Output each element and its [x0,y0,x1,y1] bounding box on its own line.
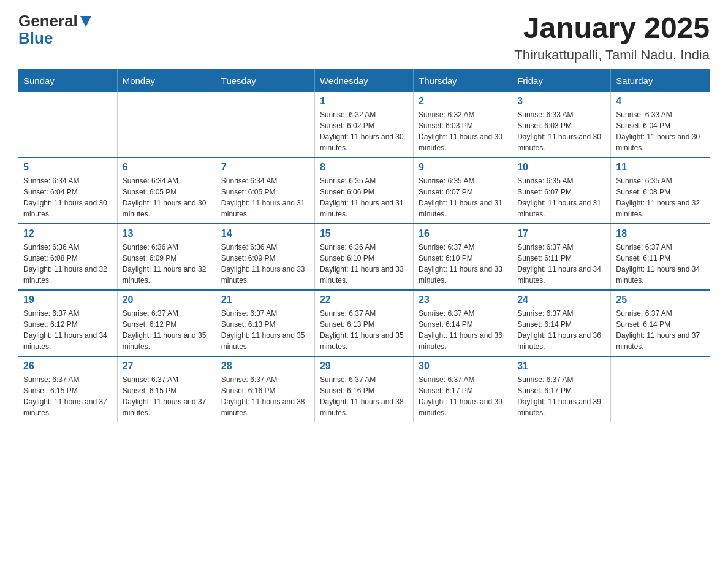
calendar-header-row: SundayMondayTuesdayWednesdayThursdayFrid… [18,69,710,92]
day-number: 18 [616,228,705,239]
day-info: Sunrise: 6:34 AM Sunset: 6:05 PM Dayligh… [123,175,211,220]
calendar-day-header: Tuesday [216,69,314,92]
day-number: 13 [123,228,211,239]
day-info: Sunrise: 6:34 AM Sunset: 6:04 PM Dayligh… [23,175,112,220]
calendar-cell: 7Sunrise: 6:34 AM Sunset: 6:05 PM Daylig… [216,158,314,224]
calendar-cell: 22Sunrise: 6:37 AM Sunset: 6:13 PM Dayli… [314,290,413,356]
calendar-cell: 28Sunrise: 6:37 AM Sunset: 6:16 PM Dayli… [216,356,314,422]
day-info: Sunrise: 6:37 AM Sunset: 6:12 PM Dayligh… [23,308,112,352]
day-info: Sunrise: 6:37 AM Sunset: 6:11 PM Dayligh… [616,242,705,286]
calendar-subtitle: Thirukattupalli, Tamil Nadu, India [514,47,710,63]
day-info: Sunrise: 6:36 AM Sunset: 6:10 PM Dayligh… [320,242,408,286]
day-info: Sunrise: 6:37 AM Sunset: 6:14 PM Dayligh… [419,308,507,352]
day-number: 8 [320,162,408,173]
day-info: Sunrise: 6:37 AM Sunset: 6:14 PM Dayligh… [517,308,605,352]
day-info: Sunrise: 6:37 AM Sunset: 6:15 PM Dayligh… [23,374,112,418]
day-number: 20 [123,294,211,305]
calendar-cell: 10Sunrise: 6:35 AM Sunset: 6:07 PM Dayli… [512,158,611,224]
day-number: 26 [23,361,112,372]
day-number: 31 [517,361,605,372]
calendar-week-row: 1Sunrise: 6:32 AM Sunset: 6:02 PM Daylig… [18,92,710,158]
day-number: 9 [419,162,507,173]
calendar-week-row: 12Sunrise: 6:36 AM Sunset: 6:08 PM Dayli… [18,224,710,290]
day-number: 14 [221,228,309,239]
calendar-cell [18,92,117,158]
day-info: Sunrise: 6:36 AM Sunset: 6:09 PM Dayligh… [123,242,211,286]
day-info: Sunrise: 6:37 AM Sunset: 6:14 PM Dayligh… [616,308,705,352]
calendar-title: January 2025 [514,12,710,45]
day-info: Sunrise: 6:37 AM Sunset: 6:17 PM Dayligh… [517,374,605,418]
day-number: 27 [123,361,211,372]
svg-marker-0 [80,16,91,27]
calendar-cell: 29Sunrise: 6:37 AM Sunset: 6:16 PM Dayli… [314,356,413,422]
day-number: 12 [23,228,112,239]
day-number: 7 [221,162,309,173]
calendar-cell: 2Sunrise: 6:32 AM Sunset: 6:03 PM Daylig… [414,92,512,158]
day-info: Sunrise: 6:37 AM Sunset: 6:13 PM Dayligh… [221,308,309,352]
day-info: Sunrise: 6:37 AM Sunset: 6:16 PM Dayligh… [221,374,309,418]
calendar-cell: 23Sunrise: 6:37 AM Sunset: 6:14 PM Dayli… [414,290,512,356]
day-number: 5 [23,162,112,173]
calendar-table: SundayMondayTuesdayWednesdayThursdayFrid… [18,69,710,422]
day-info: Sunrise: 6:35 AM Sunset: 6:06 PM Dayligh… [320,175,408,220]
day-info: Sunrise: 6:36 AM Sunset: 6:08 PM Dayligh… [23,242,112,286]
calendar-cell: 17Sunrise: 6:37 AM Sunset: 6:11 PM Dayli… [512,224,611,290]
calendar-cell: 21Sunrise: 6:37 AM Sunset: 6:13 PM Dayli… [216,290,314,356]
day-number: 1 [320,96,408,107]
day-info: Sunrise: 6:37 AM Sunset: 6:15 PM Dayligh… [123,374,211,418]
day-info: Sunrise: 6:37 AM Sunset: 6:10 PM Dayligh… [419,242,507,286]
day-info: Sunrise: 6:37 AM Sunset: 6:16 PM Dayligh… [320,374,408,418]
day-number: 25 [616,294,705,305]
day-number: 17 [517,228,605,239]
day-number: 21 [221,294,309,305]
day-number: 3 [517,96,605,107]
calendar-cell: 20Sunrise: 6:37 AM Sunset: 6:12 PM Dayli… [117,290,216,356]
day-number: 2 [419,96,507,107]
day-number: 24 [517,294,605,305]
day-info: Sunrise: 6:33 AM Sunset: 6:03 PM Dayligh… [517,109,605,153]
day-info: Sunrise: 6:32 AM Sunset: 6:03 PM Dayligh… [419,109,507,153]
calendar-cell: 30Sunrise: 6:37 AM Sunset: 6:17 PM Dayli… [414,356,512,422]
calendar-cell: 18Sunrise: 6:37 AM Sunset: 6:11 PM Dayli… [611,224,710,290]
day-info: Sunrise: 6:35 AM Sunset: 6:07 PM Dayligh… [419,175,507,220]
calendar-cell: 14Sunrise: 6:36 AM Sunset: 6:09 PM Dayli… [216,224,314,290]
calendar-cell: 24Sunrise: 6:37 AM Sunset: 6:14 PM Dayli… [512,290,611,356]
calendar-title-block: January 2025 Thirukattupalli, Tamil Nadu… [514,12,710,63]
calendar-day-header: Friday [512,69,611,92]
day-number: 6 [123,162,211,173]
calendar-cell: 1Sunrise: 6:32 AM Sunset: 6:02 PM Daylig… [314,92,413,158]
calendar-week-row: 26Sunrise: 6:37 AM Sunset: 6:15 PM Dayli… [18,356,710,422]
calendar-cell: 12Sunrise: 6:36 AM Sunset: 6:08 PM Dayli… [18,224,117,290]
logo: General Blue [18,12,93,48]
day-info: Sunrise: 6:34 AM Sunset: 6:05 PM Dayligh… [221,175,309,220]
calendar-week-row: 5Sunrise: 6:34 AM Sunset: 6:04 PM Daylig… [18,158,710,224]
day-info: Sunrise: 6:36 AM Sunset: 6:09 PM Dayligh… [221,242,309,286]
day-number: 10 [517,162,605,173]
calendar-cell: 11Sunrise: 6:35 AM Sunset: 6:08 PM Dayli… [611,158,710,224]
page-header: General Blue January 2025 Thirukattupall… [18,12,710,63]
day-number: 15 [320,228,408,239]
calendar-cell: 4Sunrise: 6:33 AM Sunset: 6:04 PM Daylig… [611,92,710,158]
calendar-day-header: Monday [117,69,216,92]
day-number: 23 [419,294,507,305]
calendar-day-header: Thursday [414,69,512,92]
day-number: 28 [221,361,309,372]
calendar-cell: 25Sunrise: 6:37 AM Sunset: 6:14 PM Dayli… [611,290,710,356]
calendar-day-header: Sunday [18,69,117,92]
calendar-week-row: 19Sunrise: 6:37 AM Sunset: 6:12 PM Dayli… [18,290,710,356]
day-info: Sunrise: 6:37 AM Sunset: 6:13 PM Dayligh… [320,308,408,352]
calendar-cell: 8Sunrise: 6:35 AM Sunset: 6:06 PM Daylig… [314,158,413,224]
calendar-cell: 26Sunrise: 6:37 AM Sunset: 6:15 PM Dayli… [18,356,117,422]
calendar-cell: 5Sunrise: 6:34 AM Sunset: 6:04 PM Daylig… [18,158,117,224]
calendar-day-header: Wednesday [314,69,413,92]
calendar-cell [611,356,710,422]
day-number: 22 [320,294,408,305]
calendar-cell: 6Sunrise: 6:34 AM Sunset: 6:05 PM Daylig… [117,158,216,224]
calendar-cell: 27Sunrise: 6:37 AM Sunset: 6:15 PM Dayli… [117,356,216,422]
day-info: Sunrise: 6:33 AM Sunset: 6:04 PM Dayligh… [616,109,705,153]
calendar-cell [117,92,216,158]
logo-blue-text: Blue [18,29,93,48]
day-number: 19 [23,294,112,305]
logo-general-text: General [18,12,78,31]
day-info: Sunrise: 6:32 AM Sunset: 6:02 PM Dayligh… [320,109,408,153]
